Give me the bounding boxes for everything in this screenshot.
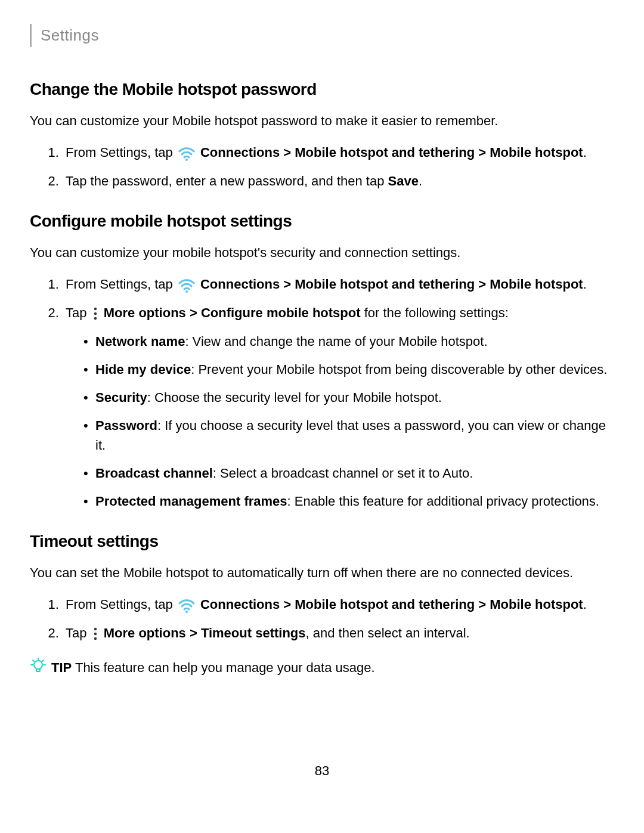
- bullet-label: Protected management frames: [95, 494, 287, 509]
- bullet-text: : Enable this feature for additional pri…: [287, 494, 599, 509]
- bullet-text: : Select a broadcast channel or set it t…: [213, 466, 473, 481]
- intro-configure: You can customize your mobile hotspot's …: [30, 243, 614, 262]
- more-options-icon: [93, 626, 98, 639]
- save-label: Save: [388, 174, 419, 188]
- steps-configure: From Settings, tap Connections > Mobile …: [30, 274, 614, 511]
- tip-row: TIP This feature can help you manage you…: [30, 658, 614, 677]
- text: Tap the password, enter a new password, …: [66, 174, 388, 188]
- bullet-text: : Choose the security level for your Mob…: [147, 390, 442, 405]
- bullet-label: Security: [95, 390, 147, 405]
- list-item: Broadcast channel: Select a broadcast ch…: [83, 463, 614, 483]
- bullet-label: Broadcast channel: [95, 466, 213, 481]
- breadcrumb: Settings: [30, 24, 614, 47]
- steps-timeout: From Settings, tap Connections > Mobile …: [30, 594, 614, 643]
- text: for the following settings:: [361, 305, 509, 320]
- connections-label: Connections: [200, 145, 280, 160]
- text: , and then select an interval.: [306, 625, 470, 640]
- heading-change-password: Change the Mobile hotspot password: [30, 77, 614, 102]
- step: From Settings, tap Connections > Mobile …: [63, 594, 614, 614]
- list-item: Security: Choose the security level for …: [83, 388, 614, 407]
- heading-timeout: Timeout settings: [30, 529, 614, 554]
- heading-configure: Configure mobile hotspot settings: [30, 209, 614, 234]
- tip-label: TIP: [51, 660, 72, 675]
- timeout-label: > Timeout settings: [186, 625, 306, 640]
- configure-label: > Configure mobile hotspot: [186, 305, 361, 320]
- list-item: Hide my device: Prevent your Mobile hots…: [83, 360, 614, 379]
- bullet-label: Network name: [95, 334, 185, 349]
- step: Tap More options > Timeout settings, and…: [63, 623, 614, 643]
- bullet-text: : If you choose a security level that us…: [95, 418, 606, 453]
- lightbulb-icon: [30, 658, 47, 674]
- text: .: [583, 145, 587, 160]
- path-label: > Mobile hotspot and tethering > Mobile …: [280, 277, 583, 292]
- step: Tap the password, enter a new password, …: [63, 171, 614, 191]
- bullet-text: : Prevent your Mobile hotspot from being…: [191, 362, 607, 377]
- step: From Settings, tap Connections > Mobile …: [63, 274, 614, 294]
- text: .: [583, 597, 587, 612]
- list-item: Network name: View and change the name o…: [83, 332, 614, 351]
- more-options-icon: [93, 306, 98, 319]
- text: Tap: [66, 305, 91, 320]
- settings-bullets: Network name: View and change the name o…: [66, 332, 614, 511]
- list-item: Password: If you choose a security level…: [83, 416, 614, 455]
- text: .: [419, 174, 422, 188]
- wifi-icon: [178, 145, 196, 161]
- path-label: > Mobile hotspot and tethering > Mobile …: [280, 145, 583, 160]
- intro-change-password: You can customize your Mobile hotspot pa…: [30, 111, 614, 131]
- text: .: [583, 277, 587, 292]
- bullet-label: Password: [95, 418, 157, 433]
- page-number: 83: [30, 761, 614, 781]
- connections-label: Connections: [200, 597, 280, 612]
- steps-change-password: From Settings, tap Connections > Mobile …: [30, 143, 614, 191]
- text: From Settings, tap: [66, 145, 177, 160]
- text: From Settings, tap: [66, 277, 177, 292]
- bullet-text: : View and change the name of your Mobil…: [185, 334, 487, 349]
- step: From Settings, tap Connections > Mobile …: [63, 143, 614, 162]
- more-options-label: More options: [104, 305, 186, 320]
- text: Tap: [66, 625, 91, 640]
- wifi-icon: [178, 597, 196, 613]
- wifi-icon: [178, 277, 196, 293]
- list-item: Protected management frames: Enable this…: [83, 491, 614, 511]
- step: Tap More options > Configure mobile hots…: [63, 303, 614, 511]
- more-options-label: More options: [104, 625, 186, 640]
- connections-label: Connections: [200, 277, 280, 292]
- text: From Settings, tap: [66, 597, 177, 612]
- intro-timeout: You can set the Mobile hotspot to automa…: [30, 563, 614, 583]
- bullet-label: Hide my device: [95, 362, 191, 377]
- tip-text: This feature can help you manage your da…: [72, 660, 374, 675]
- path-label: > Mobile hotspot and tethering > Mobile …: [280, 597, 583, 612]
